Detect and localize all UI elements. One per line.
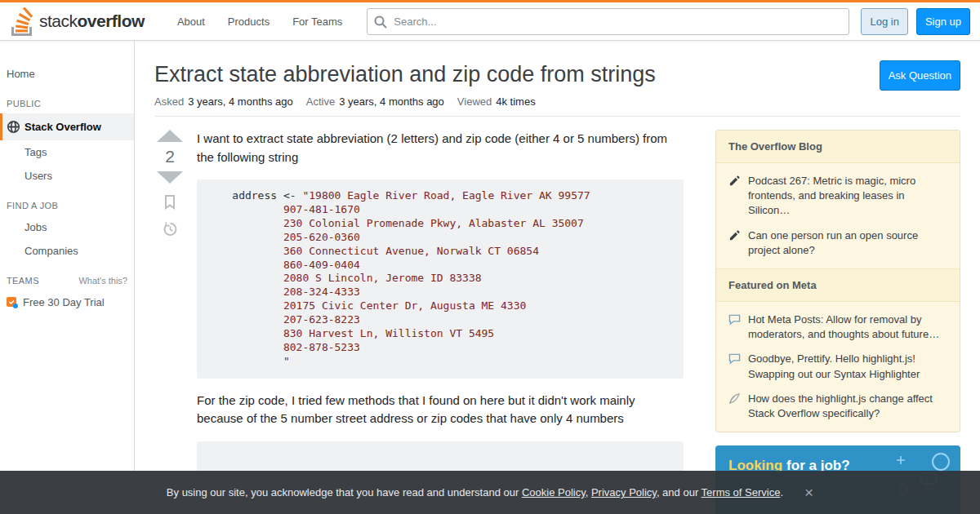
quill-icon (728, 392, 741, 421)
bookmark-icon[interactable] (164, 195, 176, 210)
blog-items: Podcast 267: Metric is magic, micro fron… (716, 163, 960, 268)
meta-active: Active3 years, 4 months ago (306, 95, 444, 108)
whats-this-link[interactable]: What's this? (78, 276, 127, 286)
meta-asked: Asked3 years, 4 months ago (154, 95, 293, 108)
sidebar-item-home[interactable]: Home (0, 62, 134, 86)
speech-bubble-icon (728, 312, 741, 342)
question-body: I want to extract state abbreviation (2 … (197, 130, 684, 514)
overflow-blog-header: The Overflow Blog (716, 131, 960, 163)
nav-about[interactable]: About (166, 9, 216, 34)
meta-item-text: Hot Meta Posts: Allow for removal by mod… (748, 312, 947, 342)
terms-of-service-link[interactable]: Terms of Service (702, 486, 781, 498)
stackoverflow-logo-icon (10, 7, 34, 36)
meta-item[interactable]: Goodbye, Prettify. Hello highlight.js! S… (716, 347, 960, 386)
question-meta: Asked3 years, 4 months ago Active3 years… (154, 95, 960, 117)
stackoverflow-logo[interactable]: stackoverflow (10, 7, 151, 36)
meta-item[interactable]: How does the highlight.js change affect … (716, 387, 960, 426)
top-navigation-bar: stackoverflow About Products For Teams L… (0, 0, 980, 41)
top-nav: About Products For Teams (166, 9, 354, 34)
search-input[interactable] (367, 8, 849, 35)
sidebar-section-find-a-job: FIND A JOB (0, 188, 134, 215)
privacy-policy-link[interactable]: Privacy Policy (591, 486, 657, 498)
nav-for-teams[interactable]: For Teams (281, 9, 354, 34)
featured-on-meta-header: Featured on Meta (716, 268, 960, 302)
teams-label: TEAMS (7, 276, 39, 286)
blog-item-text: Can one person run an open source projec… (748, 228, 947, 258)
question-intro-paragraph: I want to extract state abbreviation (2 … (197, 130, 684, 166)
upvote-icon[interactable] (157, 130, 183, 142)
search-form (367, 8, 849, 35)
meta-viewed: Viewed4k times (457, 95, 536, 108)
search-icon (373, 15, 388, 32)
teams-trial-icon (7, 297, 18, 308)
history-icon[interactable] (163, 221, 178, 237)
cookie-text: By using our site, you acknowledge that … (167, 486, 783, 498)
sidebar-section-teams: TEAMS What's this? (0, 263, 134, 290)
ask-question-button[interactable]: Ask Question (880, 60, 960, 91)
speech-bubble-icon (728, 352, 741, 381)
meta-item[interactable]: Hot Meta Posts: Allow for removal by mod… (716, 308, 960, 347)
sidebar-item-free-trial[interactable]: Free 30 Day Trial (0, 290, 134, 314)
question-title: Extract state abbreviation and zip code … (154, 60, 656, 89)
meta-item-text: How does the highlight.js change affect … (748, 392, 947, 421)
yellow-widget: The Overflow Blog Podcast 267: Metric is… (715, 130, 960, 432)
cookie-policy-link[interactable]: Cookie Policy (522, 486, 586, 498)
code-block-address: address <- "19800 Eagle River Road, Eagl… (197, 179, 684, 379)
blog-item-text: Podcast 267: Metric is magic, micro fron… (748, 174, 947, 219)
pencil-icon (728, 228, 741, 258)
signup-button[interactable]: Sign up (916, 8, 970, 35)
blog-item[interactable]: Podcast 267: Metric is magic, micro fron… (716, 169, 960, 224)
blog-item[interactable]: Can one person run an open source projec… (716, 224, 960, 263)
meta-items: Hot Meta Posts: Allow for removal by mod… (716, 302, 960, 432)
globe-icon (7, 120, 20, 134)
sidebar-item-stack-overflow[interactable]: Stack Overflow (0, 113, 134, 140)
question-header: Extract state abbreviation and zip code … (154, 60, 960, 95)
vote-cell: 2 (154, 130, 197, 514)
sidebar-section-public: PUBLIC (0, 86, 134, 113)
sidebar-item-label: Stack Overflow (24, 121, 101, 133)
downvote-icon[interactable] (157, 171, 183, 184)
main-content: Extract state abbreviation and zip code … (135, 41, 980, 514)
login-button[interactable]: Log in (861, 8, 907, 35)
left-sidebar: Home PUBLIC Stack Overflow Tags Users FI… (0, 41, 135, 514)
cookie-consent-banner: By using our site, you acknowledge that … (0, 471, 980, 514)
free-trial-label: Free 30 Day Trial (23, 296, 105, 308)
meta-item-text: Goodbye, Prettify. Hello highlight.js! S… (748, 352, 947, 381)
right-sidebar: The Overflow Blog Podcast 267: Metric is… (715, 130, 960, 514)
stackoverflow-logo-text: stackoverflow (39, 11, 145, 31)
close-icon[interactable]: × (804, 485, 813, 500)
sidebar-item-users[interactable]: Users (0, 164, 134, 188)
question-second-paragraph: For the zip code, I tried few methods th… (197, 392, 684, 428)
sidebar-item-tags[interactable]: Tags (0, 140, 134, 164)
sidebar-item-jobs[interactable]: Jobs (0, 215, 134, 239)
sidebar-item-companies[interactable]: Companies (0, 239, 134, 263)
nav-products[interactable]: Products (216, 9, 281, 34)
pencil-icon (728, 174, 741, 219)
vote-count: 2 (165, 147, 175, 166)
